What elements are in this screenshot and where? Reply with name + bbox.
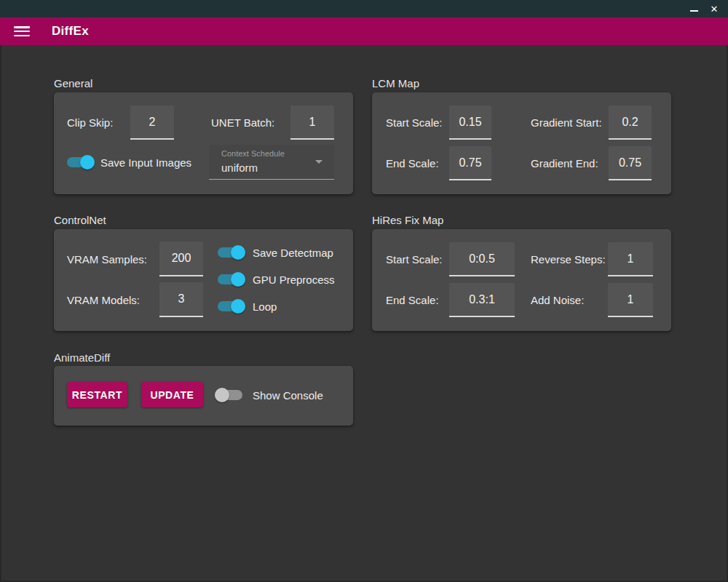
vram-samples-label: VRAM Samples: xyxy=(67,242,147,276)
reverse-steps-value: 1 xyxy=(628,252,634,266)
chevron-down-icon xyxy=(315,160,323,164)
lcm-start-scale-label: Start Scale: xyxy=(386,105,443,140)
animatediff-card: RESTART UPDATE Show Console xyxy=(54,366,353,426)
vram-models-value: 3 xyxy=(178,292,185,306)
lcm-end-scale-value: 0.75 xyxy=(459,156,481,170)
lcm-start-scale-input[interactable]: 0.15 xyxy=(449,105,491,140)
section-title-general: General xyxy=(54,77,92,89)
hires-start-scale-label: Start Scale: xyxy=(386,242,443,276)
gradient-end-input[interactable]: 0.75 xyxy=(609,146,652,180)
titlebar: ✕ xyxy=(0,0,728,17)
app-window: ✕ DiffEx General Clip Skip: 2 UNET Batch… xyxy=(0,0,728,582)
hamburger-icon xyxy=(14,35,30,37)
hires-start-scale-value: 0:0.5 xyxy=(469,252,495,266)
hamburger-icon xyxy=(14,31,30,33)
lcm-end-scale-input[interactable]: 0.75 xyxy=(449,146,491,180)
app-header: DiffEx xyxy=(0,17,728,45)
hires-fix-map-card: Start Scale: 0:0.5 Reverse Steps: 1 End … xyxy=(372,229,671,331)
restart-button[interactable]: RESTART xyxy=(67,382,127,407)
save-detectmap-toggle[interactable] xyxy=(218,245,245,260)
gradient-start-value: 0.2 xyxy=(622,116,638,129)
loop-row: Loop xyxy=(218,296,277,316)
vram-samples-value: 200 xyxy=(172,252,191,265)
context-schedule-select[interactable]: Context Schedule uniform xyxy=(209,145,334,180)
section-title-animatediff: AnimateDiff xyxy=(54,351,110,364)
hires-end-scale-input[interactable]: 0.3:1 xyxy=(449,283,515,317)
show-console-row: Show Console xyxy=(215,385,323,405)
save-detectmap-row: Save Detectmap xyxy=(218,242,333,263)
loop-toggle[interactable] xyxy=(218,299,245,314)
save-input-images-label: Save Input Images xyxy=(100,156,191,169)
close-icon: ✕ xyxy=(711,4,719,15)
toggle-thumb xyxy=(231,299,245,314)
show-console-toggle[interactable] xyxy=(215,388,242,402)
toggle-thumb xyxy=(80,155,95,170)
toggle-thumb xyxy=(231,272,245,287)
add-noise-input[interactable]: 1 xyxy=(608,283,653,317)
section-title-lcm-map: LCM Map xyxy=(372,77,419,89)
reverse-steps-label: Reverse Steps: xyxy=(531,242,606,276)
minimize-button[interactable] xyxy=(687,2,700,15)
app-title: DiffEx xyxy=(52,24,89,39)
toggle-thumb xyxy=(231,245,245,260)
lcm-end-scale-label: End Scale: xyxy=(386,146,439,180)
reverse-steps-input[interactable]: 1 xyxy=(608,242,653,276)
clip-skip-input[interactable]: 2 xyxy=(130,105,174,140)
vram-samples-input[interactable]: 200 xyxy=(159,242,203,276)
vram-models-input[interactable]: 3 xyxy=(159,282,203,317)
save-detectmap-label: Save Detectmap xyxy=(253,247,333,259)
save-input-images-toggle[interactable] xyxy=(67,155,95,170)
loop-label: Loop xyxy=(253,300,277,313)
update-button[interactable]: UPDATE xyxy=(141,382,203,407)
hires-start-scale-input[interactable]: 0:0.5 xyxy=(449,242,515,276)
gpu-preprocess-toggle[interactable] xyxy=(218,272,245,287)
unet-batch-value: 1 xyxy=(309,116,316,129)
gpu-preprocess-label: GPU Preprocess xyxy=(253,274,335,286)
unet-batch-input[interactable]: 1 xyxy=(290,105,334,140)
general-card: Clip Skip: 2 UNET Batch: 1 Save Input Im… xyxy=(54,92,353,194)
vram-models-label: VRAM Models: xyxy=(67,282,140,317)
minimize-icon xyxy=(690,10,698,12)
context-schedule-value: uniform xyxy=(221,162,258,174)
hires-end-scale-value: 0.3:1 xyxy=(469,293,495,306)
clip-skip-label: Clip Skip: xyxy=(67,105,113,140)
hamburger-icon xyxy=(14,26,30,28)
gradient-start-input[interactable]: 0.2 xyxy=(609,105,652,140)
context-schedule-label: Context Schedule xyxy=(221,149,285,158)
add-noise-value: 1 xyxy=(628,293,634,306)
gpu-preprocess-row: GPU Preprocess xyxy=(218,269,335,290)
clip-skip-value: 2 xyxy=(149,116,156,129)
lcm-start-scale-value: 0.15 xyxy=(459,116,481,129)
save-input-images-row: Save Input Images xyxy=(67,152,191,172)
section-title-hires-fix-map: HiRes Fix Map xyxy=(372,214,443,226)
add-noise-label: Add Noise: xyxy=(531,283,584,317)
main-content: General Clip Skip: 2 UNET Batch: 1 Save … xyxy=(0,45,728,582)
hires-end-scale-label: End Scale: xyxy=(386,283,439,317)
gradient-end-value: 0.75 xyxy=(619,156,641,170)
lcm-map-card: Start Scale: 0.15 Gradient Start: 0.2 En… xyxy=(372,92,671,194)
close-button[interactable]: ✕ xyxy=(708,2,721,15)
controlnet-card: VRAM Samples: 200 VRAM Models: 3 Save De… xyxy=(54,229,353,331)
gradient-end-label: Gradient End: xyxy=(531,146,598,180)
gradient-start-label: Gradient Start: xyxy=(531,105,602,140)
section-title-controlnet: ControlNet xyxy=(54,214,106,226)
toggle-thumb xyxy=(215,388,229,402)
show-console-label: Show Console xyxy=(253,389,323,402)
unet-batch-label: UNET Batch: xyxy=(211,105,274,140)
menu-button[interactable] xyxy=(14,26,30,36)
